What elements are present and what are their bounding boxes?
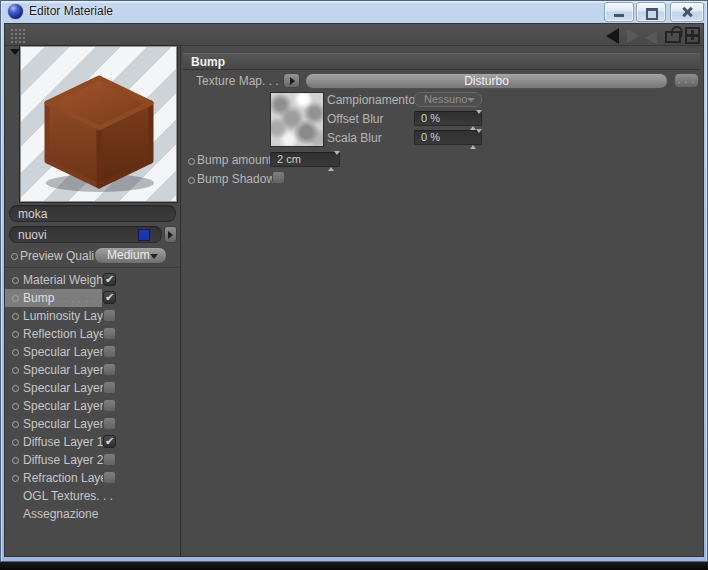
texture-expand-button[interactable] [283,73,300,88]
section-header: Bump [183,53,700,70]
maximize-button[interactable] [636,2,666,22]
campionamento-dropdown: Nessuno [414,92,482,107]
background-strip [0,562,708,570]
window-title: Editor Materiale [29,4,113,18]
offset-blur-field[interactable]: 0 % [414,111,482,126]
maximize-icon [646,8,658,20]
bump-panel: Bump Texture Map. . . Disturbo . . . Cam… [4,23,704,557]
spinner-icon[interactable] [470,114,478,127]
campionamento-label: Campionamento [327,93,415,107]
play-triangle-icon [290,77,295,85]
texture-shader-button[interactable]: Disturbo [305,73,668,89]
bump-amount-label: Bump amount [197,153,272,167]
bump-shadows-checkbox[interactable] [272,171,285,184]
spinner-icon[interactable] [328,155,336,168]
section-title: Bump [191,55,225,69]
scala-blur-label: Scala Blur [327,131,382,145]
noise-texture-thumbnail[interactable] [270,92,324,147]
title-bar[interactable]: Editor Materiale [0,0,708,23]
texture-browse-button[interactable]: . . . [674,73,699,88]
client-area: moka nuovi Preview Quality Medium Materi… [4,23,704,557]
bump-amount-bullet-icon [188,158,195,165]
spinner-icon[interactable] [470,133,478,146]
close-button[interactable] [670,2,704,22]
close-icon [681,6,693,18]
material-editor-window: Editor Materiale [0,0,708,562]
app-sphere-icon [8,4,23,19]
chevron-down-icon [467,98,475,102]
scala-blur-field[interactable]: 0 % [414,130,482,145]
desktop: Editor Materiale [0,0,708,570]
bump-amount-field[interactable]: 2 cm [270,152,340,167]
offset-blur-label: Offset Blur [327,112,383,126]
bump-shadows-label: Bump Shadows [197,172,281,186]
minimize-button[interactable] [604,2,634,22]
minimize-icon [614,14,624,17]
bump-shadows-bullet-icon [188,177,195,184]
texture-map-label: Texture Map. . . [196,74,279,88]
